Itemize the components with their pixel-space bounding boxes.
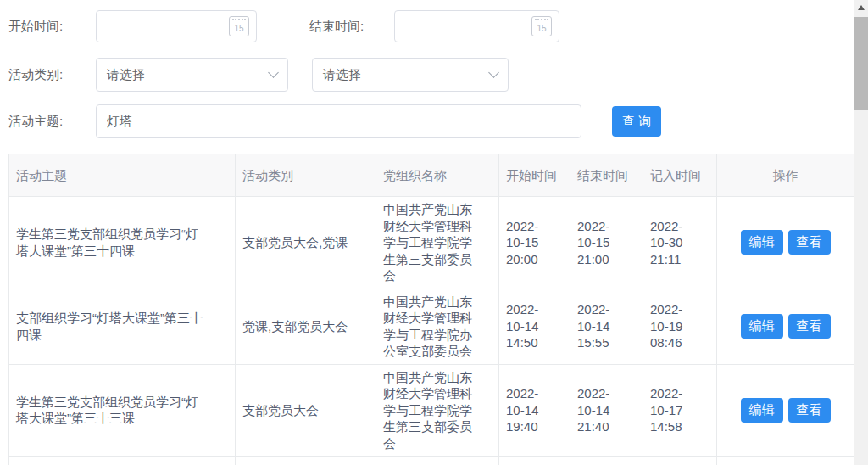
scroll-up-icon	[858, 5, 865, 10]
end-time-input[interactable]: 15	[394, 10, 559, 42]
cell-end-time: 2022- 10-14 15:55	[570, 289, 643, 364]
cell-start-time: 2022- 10-15 20:00	[499, 197, 570, 289]
category-label: 活动类别:	[8, 67, 96, 83]
header-start-time: 开始时间	[499, 154, 570, 197]
cell-theme: 学生第三党支部组织党员学习“灯塔大课堂”第三十四课	[9, 197, 236, 289]
cell-actions: 编辑查看	[717, 197, 854, 289]
category-select-1-value: 请选择	[107, 67, 145, 83]
cell-actions: 编辑查看	[717, 289, 854, 364]
filter-row-dates: 开始时间: 15 结束时间: 15	[8, 10, 854, 42]
calendar-icon[interactable]: 15	[531, 16, 552, 36]
filter-row-theme: 活动主题: 查 询	[8, 104, 854, 138]
header-org: 党组织名称	[376, 154, 499, 197]
category-select-1[interactable]: 请选择	[96, 58, 288, 92]
category-select-2-value: 请选择	[323, 67, 361, 83]
filter-row-category: 活动类别: 请选择 请选择	[8, 58, 854, 92]
scroll-up-button[interactable]	[854, 0, 868, 14]
view-button[interactable]: 查看	[788, 398, 831, 423]
cell-recorded-time: 2022- 10-19 08:46	[643, 289, 717, 364]
header-actions: 操作	[717, 154, 854, 197]
activity-table: 活动主题 活动类别 党组织名称 开始时间 结束时间 记入时间 操作 学生第三党支…	[8, 154, 854, 465]
cell-start-time: 2022- 10-14 14:50	[499, 289, 570, 364]
search-button[interactable]: 查 询	[612, 106, 661, 137]
end-time-label: 结束时间:	[309, 19, 394, 35]
cell-end-time: 2022- 10-14 21:40	[570, 364, 643, 457]
theme-input[interactable]	[96, 104, 581, 138]
header-recorded-time: 记入时间	[643, 154, 717, 197]
vertical-scrollbar[interactable]	[854, 0, 868, 465]
chevron-down-icon	[268, 67, 279, 78]
edit-button[interactable]: 编辑	[741, 230, 783, 255]
cell-recorded-time: 2022- 10-17 14:58	[643, 364, 717, 457]
header-end-time: 结束时间	[570, 154, 643, 197]
cell-theme: 学生第三党支部组织党员学习“灯塔大课堂”第三十三课	[9, 364, 236, 457]
cell-actions: 编辑查看	[717, 364, 854, 457]
scrollbar-thumb[interactable]	[854, 17, 868, 110]
cell-org: 中国共产党山东财经大学管理科学与工程学院办公室支部委员会	[376, 289, 499, 364]
view-button[interactable]: 查看	[788, 230, 831, 255]
edit-button[interactable]: 编辑	[741, 398, 783, 423]
table-row: 支部组织学习“灯塔大课堂”第三十四课 党课,支部党员大会 中国共产党山东财经大学…	[9, 289, 854, 364]
start-time-label: 开始时间:	[8, 19, 96, 35]
cell-org: 中国共产党山东财经大学管理科学与工程学院学生第三支部委员会	[376, 197, 499, 289]
cell-category: 支部党员大会,党课	[236, 197, 376, 289]
cell-org: 中国共产党山东财经大学管理科学与工程学院学生第三支部委员会	[376, 364, 499, 457]
start-time-input[interactable]: 15	[96, 10, 257, 42]
table-header-row: 活动主题 活动类别 党组织名称 开始时间 结束时间 记入时间 操作	[9, 154, 854, 197]
main-content: 开始时间: 15 结束时间: 15 活动类别: 请选择 请选择 活动主题:	[0, 0, 854, 465]
header-theme: 活动主题	[9, 154, 236, 197]
cell-start-time: 2022- 10-14 19:40	[499, 364, 570, 457]
calendar-icon[interactable]: 15	[229, 16, 249, 36]
cell-end-time: 2022- 10-15 21:00	[570, 197, 643, 289]
chevron-down-icon	[488, 67, 499, 78]
table-row: 学生第三党支部组织党员学习“灯塔大课堂”第三十四课 支部党员大会,党课 中国共产…	[9, 197, 854, 289]
header-category: 活动类别	[236, 154, 376, 197]
cell-category: 党课,支部党员大会	[236, 289, 376, 364]
theme-label: 活动主题:	[8, 114, 96, 130]
view-button[interactable]: 查看	[788, 314, 831, 339]
category-select-2[interactable]: 请选择	[312, 58, 509, 92]
table-row-partial	[9, 457, 854, 465]
activity-query-page: 开始时间: 15 结束时间: 15 活动类别: 请选择 请选择 活动主题:	[0, 0, 868, 465]
cell-recorded-time: 2022- 10-30 21:11	[643, 197, 717, 289]
cell-theme: 支部组织学习“灯塔大课堂”第三十四课	[9, 289, 236, 364]
edit-button[interactable]: 编辑	[741, 314, 783, 339]
table-row: 学生第三党支部组织党员学习“灯塔大课堂”第三十三课 支部党员大会 中国共产党山东…	[9, 364, 854, 457]
cell-category: 支部党员大会	[236, 364, 376, 457]
